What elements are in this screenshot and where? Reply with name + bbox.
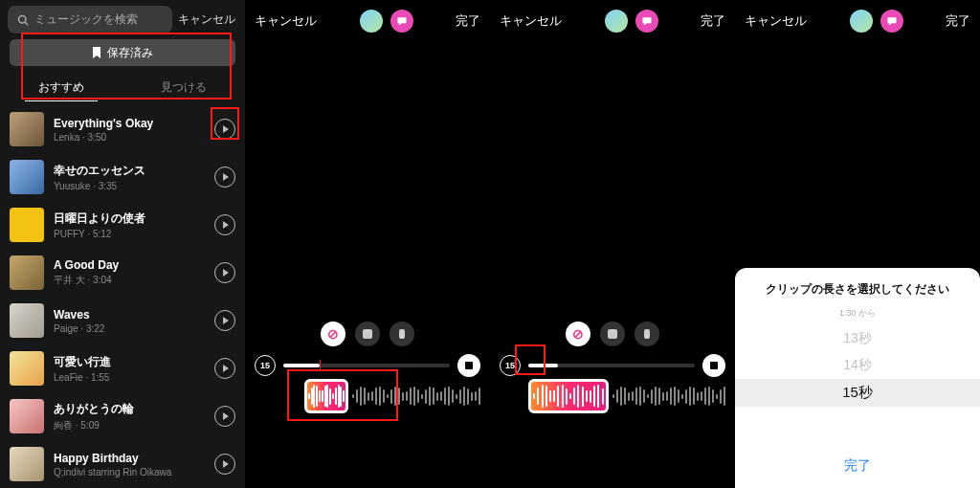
song-text: 幸せのエッセンスYuusuke · 3:35: [54, 163, 205, 191]
tab-recommended[interactable]: おすすめ: [0, 72, 122, 105]
duration-sheet-screen: キャンセル 完了 クリップの長さを選択してください 1:30 から 13秒14秒…: [735, 0, 980, 488]
done-button[interactable]: 完了: [701, 12, 725, 30]
duration-option[interactable]: 14秒: [735, 352, 980, 379]
song-row[interactable]: Everything's OkayLenka · 3:50: [0, 105, 245, 153]
waveform-rest: [609, 382, 729, 410]
song-title: Waves: [54, 308, 205, 322]
clip-mode-icon[interactable]: [635, 322, 659, 346]
song-title: A Good Day: [54, 258, 205, 272]
album-art: [10, 255, 44, 290]
play-button[interactable]: [214, 262, 235, 283]
cancel-button[interactable]: キャンセル: [500, 12, 562, 30]
song-meta: Q;indivi starring Rin Oikawa: [54, 467, 205, 477]
song-meta: Yuusuke · 3:35: [54, 181, 205, 191]
song-row[interactable]: 日曜日よりの使者PUFFY · 5:12: [0, 201, 245, 249]
saved-label: 保存済み: [107, 45, 153, 61]
song-row[interactable]: WavesPaige · 3:22: [0, 297, 245, 344]
duration-badge[interactable]: 15: [500, 355, 521, 376]
play-button[interactable]: [214, 358, 235, 379]
song-text: Happy BirthdayQ;indivi starring Rin Oika…: [54, 452, 205, 477]
search-icon: [17, 14, 29, 26]
song-text: A Good Day平井 大 · 3:04: [54, 258, 205, 287]
song-text: Everything's OkayLenka · 3:50: [54, 117, 205, 143]
song-meta: Paige · 3:22: [54, 323, 205, 334]
play-button[interactable]: [214, 406, 235, 427]
tab-discover[interactable]: 見つける: [122, 72, 245, 105]
done-button[interactable]: 完了: [456, 12, 480, 30]
duration-option[interactable]: 15秒: [735, 379, 980, 407]
song-text: 日曜日よりの使者PUFFY · 5:12: [54, 211, 205, 239]
waveform-selection[interactable]: [304, 379, 348, 413]
song-title: ありがとうの輪: [54, 401, 205, 417]
play-icon: [223, 460, 229, 468]
editor-header: キャンセル 完了: [735, 6, 980, 36]
waveform-row[interactable]: [245, 379, 490, 413]
music-editor-screen: キャンセル 完了 ⊘ 15: [490, 0, 735, 488]
done-button[interactable]: 完了: [946, 12, 970, 30]
bookmark-icon: [92, 47, 101, 58]
song-title: 日曜日よりの使者: [54, 211, 205, 227]
song-meta: Lenka · 3:50: [54, 132, 205, 143]
album-art: [10, 208, 44, 242]
header-icons: [850, 10, 903, 33]
duration-options[interactable]: 13秒14秒15秒: [735, 325, 980, 407]
song-row[interactable]: ありがとうの輪絢香 · 5:09: [0, 392, 245, 440]
duration-option[interactable]: 13秒: [735, 325, 980, 352]
delete-clip-icon[interactable]: ⊘: [321, 322, 345, 346]
waveform-selection[interactable]: [528, 379, 609, 413]
album-art: [10, 447, 44, 481]
music-picker-screen: ミュージックを検索 キャンセル 保存済み おすすめ 見つける Everythin…: [0, 0, 245, 488]
editor-header: キャンセル 完了: [245, 6, 490, 36]
photo-icon[interactable]: [850, 10, 873, 33]
song-row[interactable]: A Good Day平井 大 · 3:04: [0, 249, 245, 297]
album-art: [10, 160, 44, 194]
song-row[interactable]: 幸せのエッセンスYuusuke · 3:35: [0, 153, 245, 201]
search-input[interactable]: ミュージックを検索: [8, 6, 172, 33]
play-icon: [223, 365, 229, 372]
music-editor-screen: キャンセル 完了 ⊘ 15: [245, 0, 490, 488]
clip-mode-icon[interactable]: [600, 322, 625, 346]
play-button[interactable]: [214, 214, 235, 235]
cancel-button[interactable]: キャンセル: [178, 11, 235, 28]
timeline: 15: [490, 354, 735, 377]
album-art: [10, 351, 44, 386]
duration-badge[interactable]: 15: [255, 355, 276, 376]
play-button[interactable]: [214, 166, 235, 188]
album-art: [10, 399, 44, 433]
song-meta: PUFFY · 5:12: [54, 229, 205, 239]
chat-icon[interactable]: [635, 10, 658, 33]
cancel-button[interactable]: キャンセル: [745, 12, 807, 30]
song-row[interactable]: 可愛い行進LeaFie · 1:55: [0, 344, 245, 392]
header-icons: [605, 10, 658, 33]
clip-mode-icon[interactable]: [355, 322, 380, 346]
song-title: 可愛い行進: [54, 354, 205, 370]
song-meta: LeaFie · 1:55: [54, 372, 205, 383]
play-button[interactable]: [214, 454, 235, 475]
chat-icon[interactable]: [390, 10, 413, 33]
stop-button[interactable]: [702, 354, 725, 377]
search-placeholder: ミュージックを検索: [34, 11, 138, 28]
play-icon: [223, 173, 229, 181]
cancel-button[interactable]: キャンセル: [255, 12, 317, 30]
play-button[interactable]: [214, 310, 235, 331]
clip-mode-icon[interactable]: [390, 322, 414, 346]
song-row[interactable]: Happy BirthdayQ;indivi starring Rin Oika…: [0, 440, 245, 488]
delete-clip-icon[interactable]: ⊘: [566, 322, 590, 346]
sheet-done-button[interactable]: 完了: [735, 444, 980, 488]
song-meta: 平井 大 · 3:04: [54, 274, 205, 287]
timeline: 15: [245, 354, 490, 377]
photo-icon[interactable]: [360, 10, 383, 33]
timeline-track[interactable]: [528, 364, 695, 367]
timeline-track[interactable]: [283, 364, 450, 367]
play-icon: [223, 125, 229, 133]
stop-button[interactable]: [457, 354, 480, 377]
clip-controls: ⊘: [490, 322, 735, 346]
play-button[interactable]: [214, 119, 235, 140]
play-icon: [223, 317, 229, 324]
tabs: おすすめ 見つける: [0, 72, 245, 105]
photo-icon[interactable]: [605, 10, 628, 33]
album-art: [10, 112, 44, 146]
saved-button[interactable]: 保存済み: [10, 39, 235, 66]
waveform-row[interactable]: [490, 379, 735, 413]
chat-icon[interactable]: [880, 10, 903, 33]
